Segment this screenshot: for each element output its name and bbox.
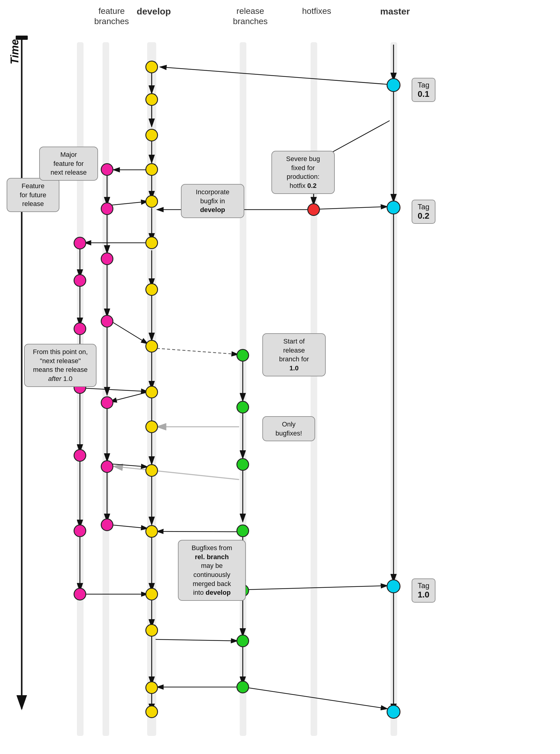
svg-line-60 [157, 531, 239, 532]
diagram: featurebranches develop releasebranches … [0, 0, 560, 754]
node-fr-5 [101, 396, 113, 409]
node-develop-7 [145, 283, 158, 296]
node-develop-8 [145, 340, 158, 353]
node-develop-10 [145, 420, 158, 433]
tag-02-label: Tag [418, 203, 429, 211]
tag-01-value: 0.1 [418, 89, 429, 99]
node-rel-2 [236, 401, 249, 414]
node-rel-6 [236, 635, 249, 647]
node-develop-14 [145, 624, 158, 637]
tag-01: Tag 0.1 [412, 78, 436, 102]
node-master-02 [386, 201, 400, 215]
callout-next-release: From this point on,"next release"means t… [24, 344, 97, 387]
node-develop-1 [145, 61, 158, 73]
svg-line-67 [110, 392, 148, 402]
svg-line-55 [111, 321, 148, 344]
tag-02-value: 0.2 [418, 211, 429, 221]
node-develop-5 [145, 195, 158, 208]
node-fl-2 [74, 274, 86, 287]
node-fl-6 [74, 524, 86, 537]
tag-10: Tag 1.0 [412, 578, 436, 602]
node-develop-3 [145, 129, 158, 141]
node-develop-4 [145, 163, 158, 176]
callout-severe-bug: Severe bugfixed forproduction:hotfix 0.2 [272, 151, 335, 194]
svg-rect-3 [16, 36, 28, 40]
svg-line-53 [314, 206, 387, 209]
node-hotfix-1 [307, 203, 320, 216]
svg-line-64 [156, 639, 238, 641]
node-fl-3 [74, 322, 86, 335]
node-develop-15 [145, 681, 158, 694]
svg-line-49 [112, 201, 148, 205]
svg-line-54 [157, 348, 238, 354]
callout-start-release: Start ofreleasebranch for1.0 [262, 333, 326, 376]
node-rel-1 [236, 349, 249, 362]
node-fr-3 [101, 253, 113, 265]
node-develop-6 [145, 236, 158, 249]
node-master-end [386, 705, 400, 719]
tag-10-label: Tag [418, 581, 429, 590]
svg-line-56 [83, 388, 148, 392]
node-fr-4 [101, 315, 113, 328]
node-fl-7 [74, 588, 86, 600]
tag-02: Tag 0.2 [412, 200, 436, 224]
tag-10-value: 1.0 [418, 590, 429, 600]
node-develop-16 [145, 706, 158, 718]
node-fl-5 [74, 449, 86, 462]
node-fr-1 [101, 163, 113, 176]
callout-only-bugfixes: Onlybugfixes! [262, 416, 315, 441]
node-develop-9 [145, 386, 158, 398]
svg-line-66 [247, 688, 387, 709]
node-master-10 [386, 579, 400, 593]
svg-line-62 [111, 525, 148, 529]
callout-feature-future: Featurefor futurerelease [7, 178, 59, 212]
node-rel-3 [236, 458, 249, 471]
tag-01-label: Tag [418, 81, 429, 89]
callout-incorporate-bugfix: Incorporatebugfix indevelop [181, 184, 244, 218]
node-rel-4 [236, 524, 249, 537]
callout-bugfixes-from-rel: Bugfixes fromrel. branchmay becontinuous… [178, 540, 246, 601]
svg-rect-8 [311, 42, 317, 736]
node-fr-7 [101, 518, 113, 531]
node-develop-12 [145, 525, 158, 538]
node-develop-2 [145, 93, 158, 106]
node-fr-2 [101, 202, 113, 215]
svg-line-58 [113, 466, 239, 479]
callout-major-feature: Majorfeature fornext release [39, 146, 98, 181]
svg-line-63 [247, 586, 387, 590]
node-develop-13 [145, 588, 158, 600]
node-fl-1 [74, 237, 86, 250]
svg-line-47 [160, 67, 389, 84]
node-fr-6 [101, 460, 113, 473]
node-develop-11 [145, 464, 158, 477]
node-master-01 [386, 78, 400, 92]
node-rel-7 [236, 681, 249, 693]
